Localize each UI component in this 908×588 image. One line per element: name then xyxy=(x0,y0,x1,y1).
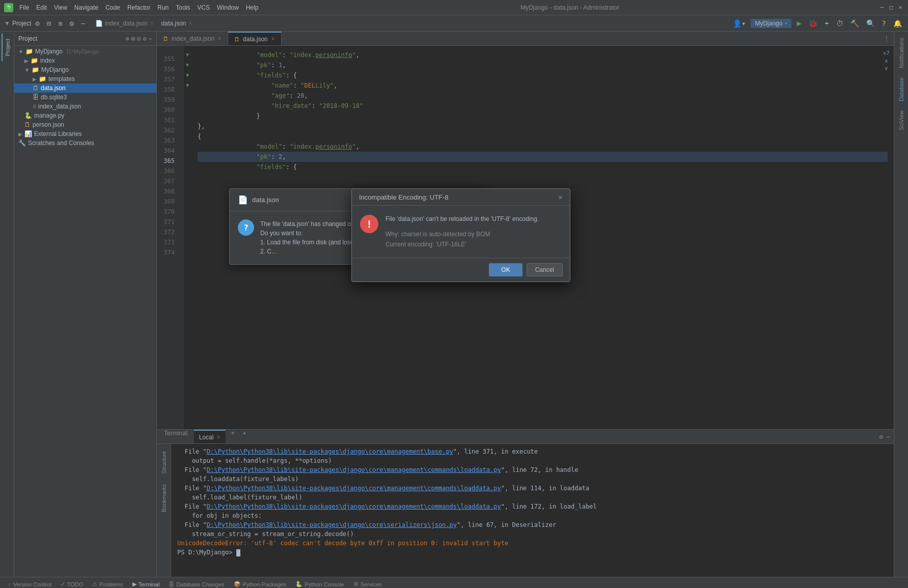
terminal-tab-close[interactable]: ✕ xyxy=(216,434,221,440)
database-panel[interactable]: Database xyxy=(896,73,906,105)
breadcrumb-tab1[interactable]: index_data.json xyxy=(105,20,148,27)
tab-index-data[interactable]: 🗒 index_data.json ✕ xyxy=(157,32,228,45)
run-config-selector[interactable]: MyDjango ▾ xyxy=(751,19,791,28)
minimize-button[interactable]: ─ xyxy=(878,4,886,11)
templates-folder-icon: 📁 xyxy=(39,75,46,82)
version-control-tab[interactable]: ↑ Version Control xyxy=(4,580,56,589)
tab-close-0[interactable]: ✕ xyxy=(217,36,222,41)
close-panel-icon[interactable]: − xyxy=(149,35,152,42)
terminal-link-3[interactable]: D:\Python\Python38\lib\site-packages\dja… xyxy=(207,485,501,492)
menu-file[interactable]: File xyxy=(16,3,32,12)
menu-run[interactable]: Run xyxy=(154,3,172,12)
terminal-line-6: self.load_label(fixture_label) xyxy=(177,493,888,502)
terminal-tab[interactable]: ▶ Terminal xyxy=(128,580,164,588)
locate-icon[interactable]: ⊕ xyxy=(126,35,129,42)
terminal-link-4[interactable]: D:\Python\Python38\lib\site-packages\dja… xyxy=(207,503,501,510)
db-changes-tab[interactable]: 🗄 Database Changes xyxy=(164,580,228,589)
menu-refactor[interactable]: Refactor xyxy=(124,3,153,12)
notification-icon[interactable]: 🔔 xyxy=(891,18,904,29)
minus-icon[interactable]: − xyxy=(79,18,87,29)
panel-icons[interactable]: ⊕ ⊞ ⊟ ⚙ − xyxy=(126,35,152,42)
run-icon[interactable]: ▶ xyxy=(794,17,804,29)
tab-close-1[interactable]: ✕ xyxy=(271,36,275,42)
dialog-ok-button[interactable]: OK xyxy=(489,263,522,276)
maximize-button[interactable]: □ xyxy=(888,4,895,11)
close-button[interactable]: ✕ xyxy=(897,4,904,11)
terminal-content[interactable]: File "D:\Python\Python38\lib\site-packag… xyxy=(171,444,894,577)
root-name: MyDjango xyxy=(35,48,63,55)
gear-icon[interactable]: ⚙ xyxy=(68,18,76,29)
tree-index[interactable]: ▶ 📁 index xyxy=(14,56,156,65)
menu-help[interactable]: Help xyxy=(243,3,262,12)
dialog-encoding-reason: Why: charset is auto-detected by BOM xyxy=(386,229,539,239)
menu-edit[interactable]: Edit xyxy=(33,3,50,12)
dialog-encoding: Incompatible Encoding: UTF-8 ✕ ! File 'd… xyxy=(351,188,570,282)
menu-tools[interactable]: Tools xyxy=(173,3,193,12)
more-actions-icon[interactable]: ⋮ xyxy=(884,35,890,42)
todo-tab[interactable]: ✓ TODO xyxy=(57,580,88,588)
search-icon[interactable]: 🔍 xyxy=(864,18,877,29)
dialog-encoding-close-btn[interactable]: ✕ xyxy=(559,193,563,201)
window-controls[interactable]: ─ □ ✕ xyxy=(878,4,904,11)
tree-root[interactable]: ▼ 📁 MyDjango D:\MyDjango xyxy=(14,47,156,56)
tree-ext-libs[interactable]: ▶ 📊 External Libraries xyxy=(14,129,156,138)
menu-navigate[interactable]: Navigate xyxy=(71,3,101,12)
dialog-cancel-button[interactable]: Cancel xyxy=(527,263,563,276)
coverage-icon[interactable]: ☂ xyxy=(822,18,831,29)
tree-db[interactable]: 🗄 db.sqlite3 xyxy=(14,93,156,102)
terminal-link-5[interactable]: D:\Python\Python38\lib\site-packages\dja… xyxy=(207,521,457,528)
tab-data-json[interactable]: 🗒 data.json ✕ xyxy=(228,32,282,45)
tree-index-data[interactable]: ≡ index_data.json xyxy=(14,102,156,111)
structure-tab[interactable]: Structure xyxy=(159,446,169,479)
settings-icon[interactable]: ⚙ xyxy=(33,18,41,29)
menu-vcs[interactable]: VCS xyxy=(194,3,213,12)
services-tab[interactable]: ⚙ Services xyxy=(349,580,386,588)
db-icon: 🗄 xyxy=(33,94,39,101)
terminal-label: Terminal: xyxy=(161,430,192,443)
tab-icon-0: 🗒 xyxy=(163,36,169,42)
menu-view[interactable]: View xyxy=(51,3,70,12)
bookmarks-tab[interactable]: Bookmarks xyxy=(159,479,169,517)
tree-scratches[interactable]: 🔧 Scratches and Consoles xyxy=(14,138,156,148)
terminal-link-2[interactable]: D:\Python\Python38\lib\site-packages\dja… xyxy=(207,466,501,473)
python-packages-tab[interactable]: 📦 Python Packages xyxy=(230,580,291,588)
layout-icon[interactable]: ⊟ xyxy=(45,18,53,29)
menu-window[interactable]: Window xyxy=(214,3,242,12)
tree-data-json[interactable]: 🗒 data.json xyxy=(14,83,156,93)
terminal-minimize-icon[interactable]: − xyxy=(886,433,890,440)
tree-templates[interactable]: ▶ 📁 templates xyxy=(14,74,156,83)
tree-manage[interactable]: 🐍 manage.py xyxy=(14,111,156,120)
profile-icon[interactable]: ⏱ xyxy=(834,18,845,29)
scroll-indicator: ✕7 ∧ ∨ xyxy=(883,50,890,72)
debug-icon[interactable]: 🐞 xyxy=(807,18,819,29)
expand-icon[interactable]: ⊞ xyxy=(131,35,135,42)
packages-label: Python Packages xyxy=(243,581,287,587)
menu-bar[interactable]: File Edit View Navigate Code Refactor Ru… xyxy=(16,3,261,12)
terminal-tab-local[interactable]: Local ✕ xyxy=(194,430,226,443)
terminal-settings-icon[interactable]: ⚙ xyxy=(879,433,883,440)
problems-icon: ⚠ xyxy=(92,581,97,587)
collapse-icon[interactable]: ⊟ xyxy=(137,35,141,42)
settings-panel-icon[interactable]: ⚙ xyxy=(143,35,147,42)
terminal-icon: ▶ xyxy=(132,581,136,587)
dialog-encoding-header: Incompatible Encoding: UTF-8 ✕ xyxy=(352,189,570,206)
data-json-icon: 🗒 xyxy=(33,85,39,92)
tree-person[interactable]: 🗒 person.json xyxy=(14,120,156,129)
notifications-panel[interactable]: Notifications xyxy=(896,34,906,72)
tree-mydjango[interactable]: ▼ 📁 MyDjango xyxy=(14,65,156,74)
menu-code[interactable]: Code xyxy=(102,3,123,12)
help-icon[interactable]: ? xyxy=(880,18,888,29)
add-terminal-icon[interactable]: + xyxy=(228,430,237,443)
terminal-link-1[interactable]: D:\Python\Python38\lib\site-packages\dja… xyxy=(207,448,453,455)
user-icon[interactable]: 👤▾ xyxy=(731,18,748,29)
build-icon[interactable]: 🔨 xyxy=(848,18,861,29)
project-vert-tab[interactable]: Project xyxy=(2,34,13,61)
bottom-toolbar: ↑ Version Control ✓ TODO ⚠ Problems ▶ Te… xyxy=(0,577,908,588)
sciview-panel[interactable]: SciView xyxy=(896,106,906,134)
list-icon[interactable]: ≡ xyxy=(56,18,64,29)
code-line-365: "pk": 2, xyxy=(198,152,888,162)
terminal-dropdown-icon[interactable]: ▾ xyxy=(240,430,250,443)
breadcrumb-tab2[interactable]: data.json xyxy=(161,20,186,27)
python-console-tab[interactable]: 🐍 Python Console xyxy=(291,580,348,588)
problems-tab[interactable]: ⚠ Problems xyxy=(88,580,127,588)
